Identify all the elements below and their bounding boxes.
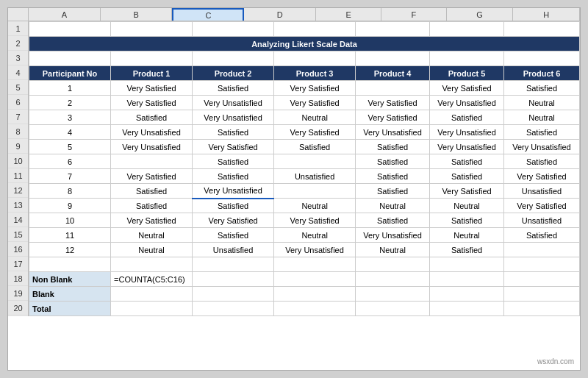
cell-c16: Neutral	[111, 243, 193, 257]
cell-f20	[356, 302, 430, 316]
col-header-c[interactable]: C	[172, 8, 244, 21]
cell-g5: Very Satisfied	[430, 81, 504, 96]
cell-d10: Satisfied	[193, 154, 274, 169]
spreadsheet: A B C D E F G H 1 2 3 4 5 6 7 8 9 10 11 …	[7, 7, 581, 371]
cell-d8: Satisfied	[193, 125, 274, 140]
cell-g1	[430, 22, 504, 37]
cell-f8: Very Unsatisfied	[356, 125, 430, 140]
cell-b15: 11	[29, 228, 111, 243]
data-area: Analyzing Likert Scale Data Participant …	[29, 21, 580, 316]
cell-c7: Satisfied	[111, 110, 193, 125]
header-product1: Product 1	[111, 66, 193, 81]
cell-e12	[274, 184, 356, 199]
cell-f5	[356, 81, 430, 96]
cell-h18	[504, 272, 580, 287]
table-row: 10 Very Satisfied Very Satisfied Very Sa…	[29, 213, 580, 228]
row-num-14: 14	[8, 213, 28, 227]
cell-c12: Satisfied	[111, 184, 193, 199]
table-row: 8 Satisfied Very Unsatisfied Satisfied V…	[29, 184, 580, 199]
cell-e15: Neutral	[274, 228, 356, 243]
cell-b8: 4	[29, 125, 111, 140]
cell-g18	[430, 272, 504, 287]
cell-h15: Satisfied	[504, 228, 580, 243]
table-row: 9 Satisfied Satisfied Neutral Neutral Ne…	[29, 199, 580, 213]
header-participant: Participant No	[29, 66, 111, 81]
col-header-d: D	[244, 8, 316, 21]
cell-d5: Satisfied	[193, 81, 274, 96]
cell-c3	[111, 51, 193, 66]
cell-h19	[504, 287, 580, 302]
cell-c19	[111, 287, 193, 302]
table-row: 1 Very Satisfied Satisfied Very Satisfie…	[29, 81, 580, 96]
col-header-b: B	[101, 8, 173, 21]
main-table: Analyzing Likert Scale Data Participant …	[29, 21, 580, 316]
col-header-f: F	[381, 8, 447, 21]
row-num-16: 16	[8, 242, 28, 257]
col-header-a: A	[29, 8, 101, 21]
cell-e16: Very Unsatisfied	[274, 243, 356, 257]
cell-b9: 5	[29, 140, 111, 154]
table-row: 6 Satisfied Satisfied Satisfied Satisfie…	[29, 154, 580, 169]
cell-e11: Unsatisfied	[274, 169, 356, 184]
cell-g13: Neutral	[430, 199, 504, 213]
cell-d6: Very Unsatisfied	[193, 96, 274, 110]
cell-e1	[274, 22, 356, 37]
cell-h11: Very Satisfied	[504, 169, 580, 184]
row-num-9: 9	[8, 139, 28, 154]
column-headers: A B C D E F G H	[8, 8, 580, 21]
cell-h16	[504, 243, 580, 257]
cell-f17	[356, 257, 430, 272]
cell-f11: Satisfied	[356, 169, 430, 184]
cell-d3	[193, 51, 274, 66]
cell-e18	[274, 272, 356, 287]
row-num-2: 2	[8, 36, 28, 51]
cell-e8: Very Satisfied	[274, 125, 356, 140]
cell-h9: Very Unsatisfied	[504, 140, 580, 154]
row-num-18: 18	[8, 271, 28, 286]
table-row: 11 Neutral Satisfied Neutral Very Unsati…	[29, 228, 580, 243]
cell-f13: Neutral	[356, 199, 430, 213]
cell-c15: Neutral	[111, 228, 193, 243]
cell-e13: Neutral	[274, 199, 356, 213]
cell-d9: Very Satisfied	[193, 140, 274, 154]
header-product6: Product 6	[504, 66, 580, 81]
cell-f1	[356, 22, 430, 37]
cell-e14: Very Satisfied	[274, 213, 356, 228]
cell-d17	[193, 257, 274, 272]
corner-cell	[8, 8, 29, 21]
cell-c13: Satisfied	[111, 199, 193, 213]
row-3	[29, 51, 580, 66]
row-num-15: 15	[8, 227, 28, 242]
cell-e10	[274, 154, 356, 169]
cell-c20	[111, 302, 193, 316]
cell-g14: Satisfied	[430, 213, 504, 228]
cell-f10: Satisfied	[356, 154, 430, 169]
cell-g6: Very Unsatisfied	[430, 96, 504, 110]
cell-c14: Very Satisfied	[111, 213, 193, 228]
row-num-10: 10	[8, 154, 28, 168]
cell-d14: Very Satisfied	[193, 213, 274, 228]
cell-b5: 1	[29, 81, 111, 96]
cell-d20	[193, 302, 274, 316]
cell-e6: Very Satisfied	[274, 96, 356, 110]
cell-f18	[356, 272, 430, 287]
row-num-6: 6	[8, 95, 28, 110]
cell-b16: 12	[29, 243, 111, 257]
row-num-12: 12	[8, 183, 28, 198]
cell-h12: Unsatisfied	[504, 184, 580, 199]
cell-d19	[193, 287, 274, 302]
row-17	[29, 257, 580, 272]
row-20: Total	[29, 302, 580, 316]
header-product4: Product 4	[356, 66, 430, 81]
cell-e19	[274, 287, 356, 302]
cell-h10: Satisfied	[504, 154, 580, 169]
cell-d11: Satisfied	[193, 169, 274, 184]
cell-d16: Unsatisfied	[193, 243, 274, 257]
cell-g11: Satisfied	[430, 169, 504, 184]
header-product3: Product 3	[274, 66, 356, 81]
cell-g19	[430, 287, 504, 302]
cell-h20	[504, 302, 580, 316]
cell-c9: Very Unsatisfied	[111, 140, 193, 154]
cell-c18[interactable]: =COUNTA(C5:C16)	[111, 272, 193, 287]
cell-e7: Neutral	[274, 110, 356, 125]
